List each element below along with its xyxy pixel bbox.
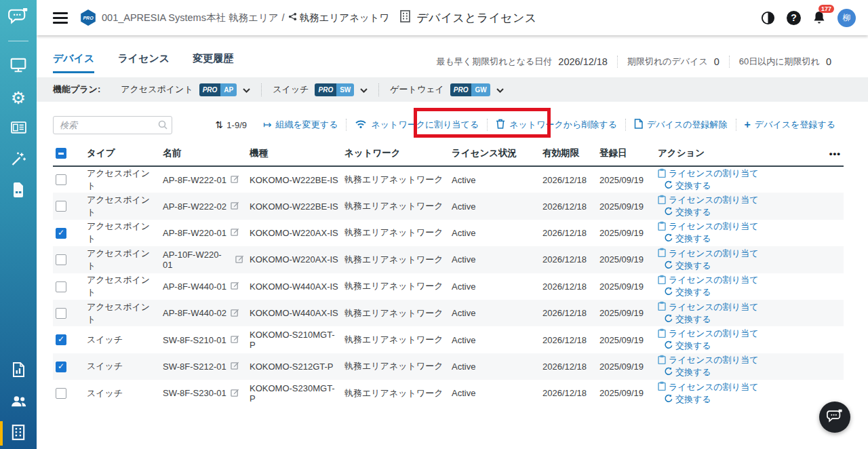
col-type[interactable]: タイプ — [84, 142, 160, 166]
sidebar-item-organization[interactable] — [0, 418, 37, 449]
remove-from-network-link[interactable]: ネットワークから削除する — [487, 119, 625, 131]
app-logo[interactable] — [0, 0, 37, 35]
replace-link[interactable]: 交換する — [664, 260, 711, 272]
assign-license-link[interactable]: ライセンスの割り当て — [658, 274, 758, 286]
replace-link[interactable]: 交換する — [664, 313, 711, 326]
sidebar-item-news[interactable] — [0, 113, 37, 144]
col-name[interactable]: 名前 — [160, 142, 247, 166]
row-checkbox[interactable] — [56, 228, 66, 239]
replace-link[interactable]: 交換する — [664, 286, 711, 298]
cell-type: アクセスポイント — [84, 300, 160, 326]
replace-link[interactable]: 交換する — [664, 233, 711, 245]
move-to-icon: ↦ — [263, 119, 272, 131]
notifications-bell-icon[interactable]: 177 — [812, 10, 826, 25]
edit-icon[interactable] — [231, 361, 239, 372]
contrast-toggle-icon[interactable] — [761, 11, 775, 25]
sort-icon[interactable]: ⇅ — [216, 119, 224, 130]
tab-licenses[interactable]: ライセンス — [117, 52, 170, 73]
col-actions[interactable]: アクション — [655, 142, 816, 166]
assign-license-link[interactable]: ライセンスの割り当て — [658, 168, 758, 180]
assign-license-link[interactable]: ライセンスの割り当て — [658, 194, 758, 206]
register-device-link[interactable]: + デバイスを登録する — [736, 119, 844, 131]
tab-change-history[interactable]: 変更履歴 — [193, 52, 233, 73]
chevron-down-icon[interactable] — [243, 83, 250, 96]
breadcrumb-organization[interactable]: 001_APRESIA Systems本社 執務エリア — [102, 12, 278, 24]
search-input[interactable] — [53, 116, 172, 134]
sidebar-item-users[interactable] — [0, 387, 37, 418]
sidebar-item-licenses[interactable] — [0, 176, 37, 207]
chevron-down-icon[interactable] — [360, 83, 368, 96]
row-checkbox[interactable] — [56, 174, 66, 185]
replace-link[interactable]: 交換する — [664, 393, 711, 406]
replace-link[interactable]: 交換する — [664, 206, 711, 218]
edit-icon[interactable] — [231, 227, 239, 238]
table-row[interactable]: スイッチ SW-8F-S212-01 KOKOMO-S212GT-P 執務エリア… — [53, 353, 844, 380]
table-row[interactable]: アクセスポイント AP-8F-W222-01 KOKOMO-W222BE-IS … — [53, 166, 844, 193]
edit-icon[interactable] — [231, 334, 239, 345]
breadcrumb-network[interactable]: 執務エリアネットワ — [288, 12, 390, 24]
table-row[interactable]: アクセスポイント AP-8F-W220-01 KOKOMO-W220AX-IS … — [53, 220, 844, 246]
col-license-status[interactable]: ライセンス状況 — [449, 142, 540, 166]
replace-link[interactable]: 交換する — [664, 180, 711, 192]
cell-model: KOKOMO-W440AX-IS — [247, 300, 342, 326]
row-checkbox[interactable] — [56, 281, 66, 292]
plan-gateway[interactable]: ゲートウェイ PROGW — [378, 83, 514, 96]
cell-license-status: Active — [449, 166, 540, 193]
replace-link[interactable]: 交換する — [664, 340, 711, 352]
tab-devices[interactable]: デバイス — [53, 52, 94, 73]
assign-license-link[interactable]: ライセンスの割り当て — [658, 301, 758, 313]
table-row[interactable]: アクセスポイント AP-10F-W220-01 KOKOMO-W220AX-IS… — [53, 246, 844, 273]
assign-license-link[interactable]: ライセンスの割り当て — [658, 381, 758, 393]
row-checkbox[interactable] — [56, 308, 66, 319]
replace-link[interactable]: 交換する — [664, 366, 711, 378]
more-columns-icon[interactable]: ••• — [816, 142, 844, 166]
cell-network: 執務エリアネットワーク — [342, 353, 449, 380]
col-model[interactable]: 機種 — [247, 142, 342, 166]
row-checkbox[interactable] — [56, 201, 66, 212]
row-checkbox[interactable] — [56, 254, 66, 265]
sidebar-item-reports[interactable] — [0, 355, 37, 387]
table-row[interactable]: アクセスポイント AP-8F-W440-02 KOKOMO-W440AX-IS … — [53, 300, 844, 326]
row-checkbox[interactable] — [56, 334, 66, 345]
plan-switch[interactable]: スイッチ PROSW — [261, 83, 378, 96]
assign-license-link[interactable]: ライセンスの割り当て — [658, 248, 758, 260]
row-checkbox[interactable] — [56, 362, 66, 372]
sidebar-item-wizard[interactable] — [0, 144, 37, 176]
chevron-down-icon[interactable] — [496, 83, 504, 96]
edit-icon[interactable] — [231, 388, 239, 399]
edit-icon[interactable] — [231, 308, 239, 319]
report-chart-icon — [11, 362, 26, 380]
avatar[interactable]: 柳 — [837, 9, 856, 27]
sidebar-item-monitoring[interactable] — [0, 51, 37, 82]
edit-icon[interactable] — [231, 174, 239, 185]
assign-license-link[interactable]: ライセンスの割り当て — [658, 328, 758, 340]
plus-icon: + — [745, 119, 751, 130]
plan-badge-sw: PROSW — [315, 83, 354, 96]
assign-to-network-link[interactable]: ネットワークに割り当てる — [346, 119, 487, 131]
sidebar-item-settings[interactable]: ⚙ — [0, 82, 37, 113]
unregister-device-link[interactable]: デバイスの登録解除 — [625, 119, 736, 131]
menu-icon[interactable] — [53, 12, 68, 24]
select-all-checkbox[interactable] — [56, 148, 66, 159]
table-row[interactable]: アクセスポイント AP-8F-W222-02 KOKOMO-W222BE-IS … — [53, 193, 844, 219]
edit-icon[interactable] — [231, 281, 239, 292]
cell-model: KOKOMO-W222BE-IS — [247, 166, 342, 193]
table-row[interactable]: スイッチ SW-8F-S210-01 KOKOMO-S210MGT-P 執務エリ… — [53, 326, 844, 353]
cell-license-status: Active — [449, 380, 540, 406]
table-row[interactable]: アクセスポイント AP-8F-W440-01 KOKOMO-W440AX-IS … — [53, 273, 844, 300]
plan-access-point[interactable]: アクセスポイント PROAP — [110, 83, 261, 96]
assign-license-link[interactable]: ライセンスの割り当て — [658, 354, 758, 366]
table-row[interactable]: スイッチ SW-8F-S230-01 KOKOMO-S230MGT-P 執務エリ… — [53, 380, 844, 406]
row-checkbox[interactable] — [56, 388, 66, 399]
help-icon[interactable]: ? — [787, 11, 801, 25]
cell-license-status: Active — [449, 220, 540, 246]
col-expiry[interactable]: 有効期限 — [540, 142, 597, 166]
change-organization-link[interactable]: ↦ 組織を変更する — [255, 119, 347, 131]
edit-icon[interactable] — [231, 201, 239, 212]
assign-license-link[interactable]: ライセンスの割り当て — [658, 220, 758, 233]
col-registered[interactable]: 登録日 — [597, 142, 655, 166]
col-network[interactable]: ネットワーク — [342, 142, 449, 166]
chat-fab-button[interactable] — [819, 402, 850, 433]
cell-expiry: 2026/12/18 — [540, 300, 597, 326]
edit-icon[interactable] — [235, 254, 244, 265]
